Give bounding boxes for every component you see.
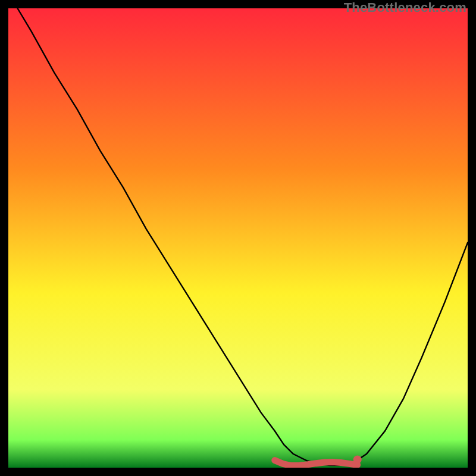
optimal-range-marker: [275, 461, 358, 466]
chart-frame: TheBottleneck.com: [0, 0, 476, 476]
bottleneck-curve: [17, 8, 468, 465]
optimal-range-end-dot: [353, 455, 362, 464]
plot-area: [8, 8, 468, 468]
plot-svg: [8, 8, 468, 468]
watermark-text: TheBottleneck.com: [344, 0, 466, 15]
